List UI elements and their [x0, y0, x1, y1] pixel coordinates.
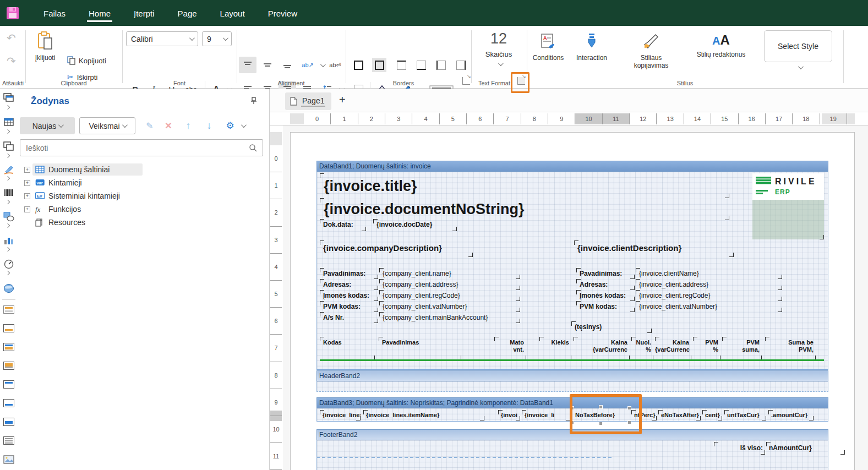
search-input[interactable]	[26, 144, 249, 152]
interaction-button[interactable]: Interaction	[572, 32, 611, 62]
page-header-band-icon[interactable]	[3, 324, 14, 332]
company-row-value[interactable]: {company_client.regCode}	[379, 290, 520, 301]
delete-item-icon[interactable]: ✕	[162, 119, 175, 132]
client-row-label[interactable]: Adresas:	[576, 279, 635, 290]
total-label-field[interactable]: Iš viso:	[714, 442, 765, 455]
tree-item-functions[interactable]: + fx Funkcijos	[18, 203, 269, 216]
client-row-value[interactable]: {invoice_client.regCode}	[636, 290, 782, 301]
expander-icon[interactable]: +	[24, 193, 30, 199]
databand1-title[interactable]: DataBand1; Duomenų šaltinis: invoice	[316, 161, 828, 172]
border-right-icon[interactable]	[454, 58, 468, 72]
menu-iterpti[interactable]: Įterpti	[122, 2, 166, 24]
col-header-suma-be-pvm[interactable]: Suma bePVM,	[765, 337, 816, 360]
client-row-label[interactable]: PVM kodas:	[576, 301, 635, 312]
invoice-title-field[interactable]: {invoice.title}	[320, 173, 729, 198]
client-row-value[interactable]: {invoice_client.address}	[636, 279, 782, 290]
table-chevron[interactable]	[6, 129, 10, 134]
gauge-icon[interactable]	[3, 259, 14, 269]
line-cell-percent[interactable]: cent}	[702, 410, 722, 420]
expander-icon[interactable]: +	[24, 167, 30, 173]
data-band-icon[interactable]	[3, 362, 14, 370]
map-icon[interactable]	[3, 283, 14, 293]
align-top-icon[interactable]	[239, 57, 256, 73]
line-cell-price-notax-after[interactable]: eNoTaxAfter}	[658, 410, 701, 420]
text-format-chevron[interactable]	[498, 61, 504, 66]
borders-dialog-launcher-icon[interactable]	[462, 77, 470, 85]
company-row-value[interactable]: {company_client.vatNumber}	[379, 301, 520, 312]
style-copy-button[interactable]: Stiliauskopijavimas	[625, 32, 678, 69]
text-format-type[interactable]: Skaičius	[471, 50, 526, 58]
menu-page[interactable]: Page	[166, 2, 209, 24]
border-left-icon[interactable]	[434, 58, 448, 72]
move-up-icon[interactable]: ↑	[182, 119, 195, 132]
components-icon[interactable]	[3, 93, 14, 103]
expander-icon[interactable]: +	[24, 180, 30, 186]
company-row-label[interactable]: Adresas:	[320, 279, 378, 290]
company-row-label[interactable]: PVM kodas:	[320, 301, 378, 312]
search-icon[interactable]	[249, 144, 257, 152]
paste-button[interactable]: Įklijuoti	[31, 31, 59, 62]
line-cell-qty[interactable]: {invoice_li	[522, 410, 570, 420]
col-header-kaina2[interactable]: Kaina{varCurrenc	[655, 337, 691, 360]
doc-date-field[interactable]: {invoice.docDate}	[373, 219, 457, 231]
undo-icon[interactable]: ↶	[7, 31, 16, 45]
dok-data-label[interactable]: Dok.data:	[320, 219, 366, 231]
move-down-icon[interactable]: ↓	[203, 119, 216, 132]
select-style-button[interactable]: Select Style	[764, 30, 832, 62]
logo-image[interactable]: RIVILE ERP	[752, 173, 824, 239]
company-row-label[interactable]: Pavadinimas:	[320, 268, 378, 279]
company-row-value[interactable]: {company_client.address}	[379, 279, 520, 290]
company-description-field[interactable]: {invoice.companyDescription}	[320, 241, 473, 257]
menu-layout[interactable]: Layout	[209, 2, 256, 24]
tree-item-data-sources[interactable]: + Duomenų šaltiniai	[18, 163, 269, 176]
barcode-chevron[interactable]	[6, 200, 10, 204]
client-description-field[interactable]: {invoice.clientDescription}	[574, 241, 734, 257]
text-band-icon[interactable]	[3, 436, 14, 445]
company-row-label[interactable]: Įmonės kodas:	[320, 290, 378, 301]
col-header-pavadinimas[interactable]: Pavadinimas	[379, 337, 461, 360]
select-style-chevron[interactable]	[798, 64, 804, 69]
line-cell-unit[interactable]: {invoi	[498, 410, 520, 420]
border-outside-icon[interactable]	[372, 58, 386, 72]
tab-page1[interactable]: Page1	[285, 92, 331, 110]
gauge-chevron[interactable]	[6, 271, 10, 275]
client-row-label[interactable]: Pavadinimas:	[576, 268, 635, 279]
barcode-icon[interactable]	[3, 188, 14, 198]
align-middle-icon[interactable]	[259, 57, 276, 73]
border-top-icon[interactable]	[394, 58, 408, 72]
pin-icon[interactable]	[250, 97, 257, 105]
col-header-kiekis[interactable]: Kiekis	[539, 337, 571, 360]
col-header-nuol[interactable]: Nuol.%	[631, 337, 653, 360]
edit-item-icon[interactable]: ✎	[143, 119, 156, 132]
image-icon[interactable]	[3, 455, 14, 465]
chart-chevron[interactable]	[6, 247, 10, 252]
total-value-field[interactable]: nAmountCur}	[766, 442, 845, 455]
crosstab-icon[interactable]	[3, 141, 14, 151]
save-icon[interactable]	[6, 6, 20, 20]
col-header-pvm-suma[interactable]: PVMsuma,	[722, 337, 762, 360]
menu-home[interactable]: Home	[77, 2, 122, 24]
border-all-icon[interactable]	[351, 58, 365, 72]
headerband2-content[interactable]	[316, 381, 828, 392]
shapes-icon[interactable]	[3, 212, 14, 222]
line-cell-amount-tax[interactable]: untTaxCur}	[724, 410, 766, 420]
tree-item-system-variables[interactable]: + E# Sisteminiai kintamieji	[18, 189, 269, 203]
wrap-text-icon[interactable]: ab⏎	[327, 57, 343, 73]
tree-item-resources[interactable]: Resources	[18, 216, 269, 229]
components-chevron[interactable]	[6, 105, 10, 110]
continuation-field[interactable]: (tęsinys)	[571, 321, 652, 333]
actions-button[interactable]: Veiksmai	[79, 117, 135, 134]
text-rotate-icon[interactable]: ab↗	[298, 57, 317, 73]
settings-gear-icon[interactable]: ⚙	[223, 119, 237, 132]
col-header-pvm-proc[interactable]: PVM%	[693, 337, 720, 360]
settings-chevron[interactable]	[241, 122, 247, 128]
report-title-band-icon[interactable]	[3, 305, 14, 314]
client-row-value[interactable]: {invoice_client.vatNumber}	[636, 301, 782, 312]
chart-icon[interactable]	[3, 236, 14, 245]
client-row-value[interactable]: {invoice.clientName}	[636, 268, 782, 279]
col-header-kaina[interactable]: Kaina{varCurrenc	[574, 337, 630, 360]
signature-chevron[interactable]	[6, 176, 10, 181]
expander-icon[interactable]: +	[24, 206, 30, 212]
align-bottom-icon[interactable]	[279, 57, 296, 73]
headerband2-title[interactable]: HeaderBand2	[316, 370, 828, 381]
